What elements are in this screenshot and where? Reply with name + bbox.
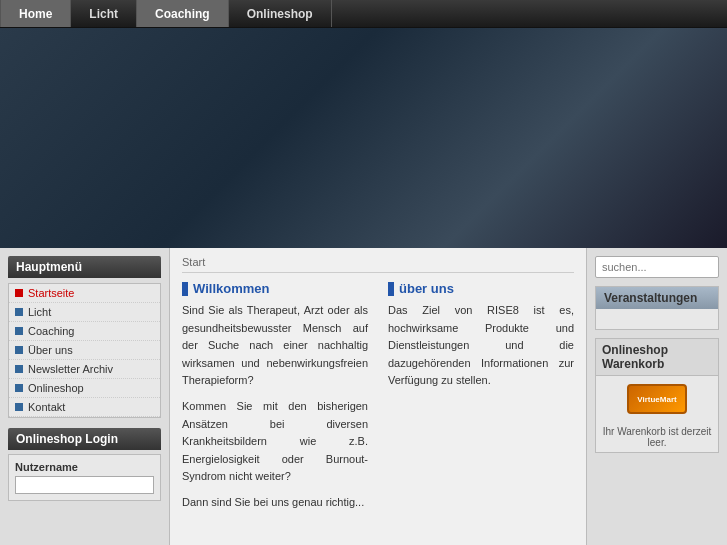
- sidebar-label-licht: Licht: [28, 306, 51, 318]
- willkommen-p1: Sind Sie als Therapeut, Arzt oder als ge…: [182, 302, 368, 390]
- virtuemart-label: VirtueMart: [637, 395, 676, 404]
- bullet-icon: [15, 327, 23, 335]
- sidebar-label-onlineshop: Onlineshop: [28, 382, 84, 394]
- bullet-icon: [15, 289, 23, 297]
- sidebar-label-kontakt: Kontakt: [28, 401, 65, 413]
- login-title: Onlineshop Login: [8, 428, 161, 450]
- ueber-uns-title: über uns: [388, 281, 574, 296]
- veranstaltungen-content: [596, 309, 718, 329]
- willkommen-title: Willkommen: [182, 281, 368, 296]
- nav-coaching[interactable]: Coaching: [137, 0, 229, 27]
- sidebar-item-startseite[interactable]: Startseite: [9, 284, 160, 303]
- username-input[interactable]: [15, 476, 154, 494]
- left-sidebar: Hauptmenü Startseite Licht Coaching Über…: [0, 248, 170, 545]
- nav-licht[interactable]: Licht: [71, 0, 137, 27]
- virtuemart-logo-area: VirtueMart: [596, 376, 718, 422]
- veranstaltungen-title: Veranstaltungen: [596, 287, 718, 309]
- hauptmenu-title: Hauptmenü: [8, 256, 161, 278]
- login-section: Onlineshop Login Nutzername: [8, 428, 161, 501]
- sidebar-item-newsletter[interactable]: Newsletter Archiv: [9, 360, 160, 379]
- search-input[interactable]: [595, 256, 719, 278]
- ueber-uns-text: Das Ziel von RISE8 ist es, hochwirksame …: [388, 302, 574, 390]
- bullet-icon: [15, 403, 23, 411]
- login-box: Nutzername: [8, 454, 161, 501]
- sidebar-menu: Startseite Licht Coaching Über uns Newsl…: [8, 283, 161, 418]
- warenkorb-panel: Onlineshop Warenkorb VirtueMart Ihr Ware…: [595, 338, 719, 453]
- breadcrumb: Start: [182, 256, 574, 273]
- sidebar-label-newsletter: Newsletter Archiv: [28, 363, 113, 375]
- bullet-icon: [15, 384, 23, 392]
- sidebar-item-kontakt[interactable]: Kontakt: [9, 398, 160, 417]
- willkommen-text: Sind Sie als Therapeut, Arzt oder als ge…: [182, 302, 368, 512]
- nav-home[interactable]: Home: [0, 0, 71, 27]
- sidebar-item-ueber-uns[interactable]: Über uns: [9, 341, 160, 360]
- top-navigation: Home Licht Coaching Onlineshop: [0, 0, 727, 28]
- sidebar-item-licht[interactable]: Licht: [9, 303, 160, 322]
- bullet-icon: [15, 365, 23, 373]
- center-content: Start Willkommen Sind Sie als Therapeut,…: [170, 248, 587, 545]
- willkommen-p3: Dann sind Sie bei uns genau richtig...: [182, 494, 368, 512]
- sidebar-label-startseite: Startseite: [28, 287, 74, 299]
- hero-banner: [0, 28, 727, 248]
- onlineshop-warenkorb-title: Onlineshop Warenkorb: [596, 339, 718, 376]
- sidebar-item-onlineshop[interactable]: Onlineshop: [9, 379, 160, 398]
- virtuemart-icon: VirtueMart: [627, 384, 687, 414]
- right-sidebar: Veranstaltungen Onlineshop Warenkorb Vir…: [587, 248, 727, 545]
- username-label: Nutzername: [15, 461, 154, 473]
- bullet-icon: [15, 346, 23, 354]
- ueber-uns-column: über uns Das Ziel von RISE8 ist es, hoch…: [388, 281, 574, 520]
- sidebar-label-ueber-uns: Über uns: [28, 344, 73, 356]
- search-box: [595, 256, 719, 278]
- bullet-icon: [15, 308, 23, 316]
- main-area: Hauptmenü Startseite Licht Coaching Über…: [0, 248, 727, 545]
- sidebar-label-coaching: Coaching: [28, 325, 74, 337]
- warenkorb-empty-text: Ihr Warenkorb ist derzeit leer.: [596, 422, 718, 452]
- willkommen-column: Willkommen Sind Sie als Therapeut, Arzt …: [182, 281, 368, 520]
- sidebar-item-coaching[interactable]: Coaching: [9, 322, 160, 341]
- content-columns: Willkommen Sind Sie als Therapeut, Arzt …: [182, 281, 574, 520]
- nav-onlineshop[interactable]: Onlineshop: [229, 0, 332, 27]
- veranstaltungen-panel: Veranstaltungen: [595, 286, 719, 330]
- ueber-uns-p1: Das Ziel von RISE8 ist es, hochwirksame …: [388, 302, 574, 390]
- willkommen-p2: Kommen Sie mit den bisherigen Ansätzen b…: [182, 398, 368, 486]
